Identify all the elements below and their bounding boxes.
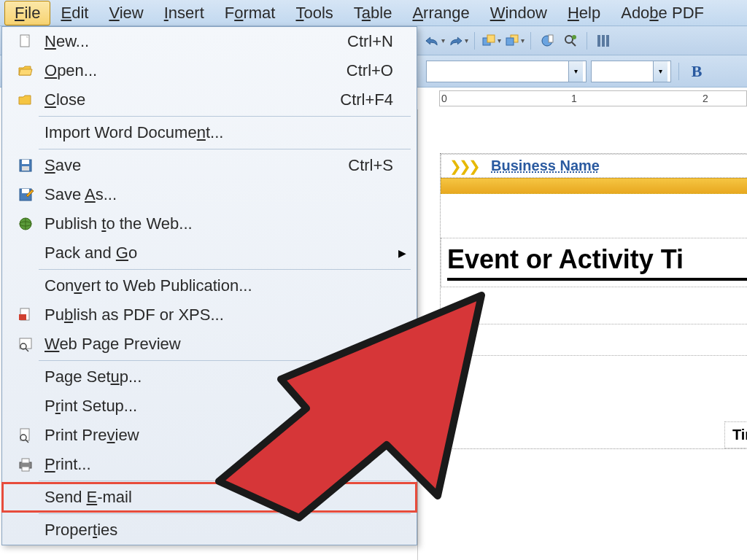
menu-item-publish-web[interactable]: Publish to the Web... [2, 209, 417, 238]
menu-separator [39, 149, 411, 149]
menu-label: Save [40, 156, 348, 175]
new-document-icon [11, 34, 40, 50]
menu-label: Convert to Web Publication... [40, 276, 408, 295]
svg-rect-14 [22, 160, 29, 164]
svg-rect-15 [22, 166, 29, 171]
menu-item-close[interactable]: Close Ctrl+F4 [2, 85, 417, 114]
bring-forward-button[interactable]: ▾ [481, 31, 501, 51]
page: ❯❯❯ Business Name Event or Activity Ti E… [440, 153, 747, 449]
menu-label: Print Setup... [40, 397, 408, 416]
send-backward-button[interactable]: ▾ [504, 31, 525, 51]
undo-button[interactable]: ▾ [425, 31, 445, 51]
menu-edit[interactable]: Edit [50, 1, 98, 26]
menu-item-open[interactable]: Open... Ctrl+O [2, 56, 417, 85]
menu-label: Pack and Go [40, 244, 408, 262]
menu-label: Publish to the Web... [40, 214, 408, 233]
menu-item-web-preview[interactable]: Web Page Preview [2, 330, 417, 359]
menu-shortcut: Ctrl+F4 [340, 90, 408, 109]
svg-rect-31 [22, 467, 29, 471]
menu-insert[interactable]: Insert [154, 1, 214, 26]
menu-label: Open... [40, 61, 347, 80]
chevron-down-icon: ▾ [465, 36, 468, 44]
menu-label: Print Preview [40, 426, 408, 445]
menu-item-pack-and-go[interactable]: Pack and Go ▶ [2, 238, 417, 268]
menu-help[interactable]: Help [557, 1, 611, 26]
menu-separator [39, 116, 411, 117]
svg-rect-5 [549, 35, 553, 42]
ruler-label: 1 [571, 93, 577, 104]
menu-item-save[interactable]: Save Ctrl+S [2, 151, 417, 180]
menu-item-print-preview[interactable]: Print Preview [2, 421, 417, 450]
svg-rect-10 [602, 35, 605, 47]
menu-view[interactable]: View [98, 1, 153, 26]
separator [530, 32, 531, 50]
save-icon [11, 158, 40, 174]
menu-shortcut: Ctrl+O [347, 61, 408, 80]
accent-bar [441, 178, 747, 194]
svg-rect-22 [19, 314, 26, 320]
zoom-button[interactable] [560, 31, 581, 51]
ruler: 0 1 2 [417, 88, 747, 109]
menu-file[interactable]: File [4, 1, 50, 26]
title-underline [447, 278, 747, 281]
redo-button[interactable]: ▾ [448, 31, 468, 51]
menu-label: Close [40, 90, 340, 109]
menu-item-print[interactable]: Print... [2, 450, 417, 479]
pdf-icon [11, 307, 40, 323]
menu-item-send-email[interactable]: Send E-mail [2, 483, 417, 512]
folder-icon [11, 93, 40, 107]
chevron-down-icon: ▾ [568, 61, 583, 82]
menu-tools[interactable]: Tools [285, 1, 343, 26]
globe-icon [11, 216, 40, 232]
svg-rect-30 [22, 459, 29, 463]
svg-line-25 [26, 349, 28, 351]
menu-label: Publish as PDF or XPS... [40, 306, 408, 324]
menu-item-new[interactable]: New... Ctrl+N [2, 27, 417, 56]
svg-rect-17 [22, 189, 29, 193]
time-placeholder[interactable]: Time: 00:00 [724, 421, 747, 448]
menu-item-import-word[interactable]: Import Word Document... [2, 118, 417, 147]
font-family-combo[interactable]: ▾ [426, 61, 587, 82]
menu-item-print-setup[interactable]: Print Setup... [2, 392, 417, 421]
menu-label: Save As... [40, 185, 408, 204]
menu-adobe-pdf[interactable]: Adobe PDF [611, 1, 714, 26]
menu-label: Send E-mail [40, 488, 408, 507]
submenu-arrow-icon: ▶ [398, 247, 406, 259]
menu-label: Properties [40, 521, 408, 540]
menubar: File Edit View Insert Format Tools Table… [0, 0, 747, 26]
event-title-text: Event or Activity Ti [447, 244, 684, 274]
columns-button[interactable] [593, 31, 614, 51]
save-as-icon [11, 187, 40, 203]
menu-item-properties[interactable]: Properties [2, 516, 417, 545]
svg-rect-23 [20, 338, 31, 349]
menu-item-publish-pdf[interactable]: Publish as PDF or XPS... [2, 300, 417, 330]
business-name-placeholder[interactable]: Business Name [485, 155, 605, 177]
print-preview-icon [11, 427, 40, 443]
menu-arrange[interactable]: Arrange [402, 1, 479, 26]
event-heading-placeholder[interactable]: Event Headi [441, 324, 747, 356]
event-title-placeholder[interactable]: Event or Activity Ti [441, 238, 747, 287]
menu-item-convert-web[interactable]: Convert to Web Publication... [2, 271, 417, 300]
svg-line-7 [572, 42, 576, 46]
document-canvas[interactable]: ❯❯❯ Business Name Event or Activity Ti E… [417, 109, 747, 560]
separator [678, 63, 679, 80]
font-size-combo[interactable]: ▾ [591, 61, 671, 82]
menu-table[interactable]: Table [344, 1, 403, 26]
menu-window[interactable]: Window [480, 1, 557, 26]
menu-label: Import Word Document... [40, 123, 408, 142]
svg-rect-11 [606, 35, 609, 47]
chevron-down-icon: ▾ [498, 36, 501, 44]
svg-point-8 [572, 35, 576, 39]
bold-button[interactable]: B [686, 61, 707, 82]
ruler-label: 0 [441, 93, 447, 104]
business-name-row[interactable]: ❯❯❯ Business Name [441, 154, 747, 178]
folder-open-icon [11, 63, 40, 78]
svg-point-6 [565, 36, 573, 43]
menu-separator [39, 513, 411, 514]
research-button[interactable] [537, 31, 557, 51]
menu-format[interactable]: Format [214, 1, 286, 26]
web-preview-icon [11, 336, 40, 352]
menu-item-page-setup[interactable]: Page Setup... [2, 362, 417, 392]
menu-item-save-as[interactable]: Save As... [2, 180, 417, 209]
menu-separator [39, 481, 411, 481]
